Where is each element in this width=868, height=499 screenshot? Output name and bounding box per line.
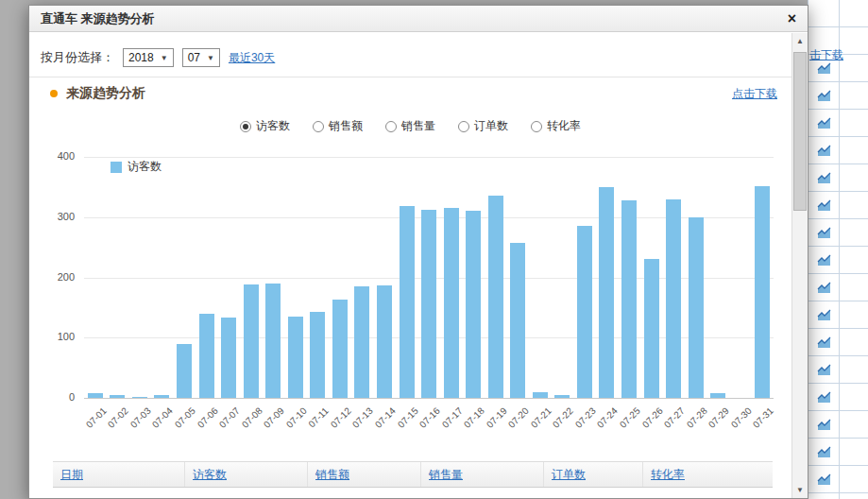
metric-option-4[interactable]: 转化率 — [531, 118, 581, 134]
col-header-visitors[interactable]: 访客数 — [185, 462, 308, 487]
bg-table-row — [808, 137, 868, 164]
bar-07-03 — [132, 397, 147, 398]
bg-table-row — [808, 493, 868, 499]
bg-icon-cell — [808, 137, 840, 163]
radio-icon[interactable] — [385, 121, 397, 132]
metric-option-0[interactable]: 访客数 — [240, 118, 290, 134]
bg-table-row — [808, 247, 868, 274]
month-select[interactable]: 07 ▼ — [182, 48, 220, 67]
x-tick-label: 07-01 — [84, 405, 109, 430]
bar-07-05 — [177, 344, 192, 398]
bg-icon-cell — [808, 192, 840, 218]
bar-07-04 — [154, 395, 169, 398]
modal-scrollbar[interactable]: ▲ ▼ — [791, 33, 808, 498]
bg-table-row — [808, 329, 868, 356]
x-tick-label: 07-05 — [173, 405, 197, 430]
y-tick-label: 300 — [29, 211, 75, 222]
bar-07-11 — [310, 312, 325, 398]
metric-label: 订单数 — [474, 118, 508, 134]
scrollbar-thumb[interactable] — [793, 52, 807, 211]
mini-line-chart-icon[interactable] — [817, 391, 831, 404]
bg-table-row — [808, 219, 868, 247]
close-icon[interactable]: × — [788, 11, 796, 26]
bg-download-link[interactable]: 击下载 — [809, 47, 843, 63]
mini-line-chart-icon[interactable] — [817, 419, 831, 431]
mini-line-chart-icon[interactable] — [817, 62, 831, 75]
mini-line-chart-icon[interactable] — [817, 446, 831, 458]
bg-icon-cell — [808, 384, 840, 410]
mini-line-chart-icon[interactable] — [817, 364, 831, 376]
section-header: 来源趋势分析 点击下载 — [50, 85, 777, 102]
bg-icon-cell — [808, 274, 840, 301]
mini-line-chart-icon[interactable] — [817, 172, 831, 184]
mini-line-chart-icon[interactable] — [817, 336, 831, 349]
gridline — [84, 398, 774, 399]
y-tick-label: 200 — [29, 271, 75, 283]
section-title: 来源趋势分析 — [66, 85, 145, 102]
metric-radio-group: 访客数 销售额 销售量 订单数 转化率 — [29, 118, 791, 134]
mini-line-chart-icon[interactable] — [817, 309, 831, 321]
y-tick-label: 100 — [29, 331, 75, 342]
x-tick-label: 07-12 — [329, 405, 353, 430]
bg-icon-cell — [808, 439, 840, 465]
col-header-orders[interactable]: 订单数 — [544, 462, 643, 487]
month-select-value: 07 — [188, 51, 200, 64]
bar-07-21 — [533, 392, 548, 398]
metric-option-3[interactable]: 订单数 — [458, 118, 508, 134]
bg-icon-cell — [808, 301, 840, 328]
metric-label: 访客数 — [256, 118, 290, 134]
mini-line-chart-icon[interactable] — [817, 473, 831, 486]
mini-line-chart-icon[interactable] — [817, 117, 831, 129]
metric-option-2[interactable]: 销售量 — [385, 118, 435, 134]
bg-empty-cell — [840, 0, 868, 26]
bg-icon-cell — [808, 219, 840, 246]
x-tick-label: 07-09 — [262, 405, 286, 430]
radio-icon[interactable] — [313, 121, 324, 132]
bar-07-16 — [421, 210, 436, 398]
scroll-down-icon[interactable]: ▼ — [792, 482, 808, 498]
bar-07-12 — [332, 300, 348, 398]
x-tick-label: 07-21 — [529, 405, 553, 430]
bg-table-row — [808, 411, 868, 439]
bar-07-18 — [466, 211, 481, 398]
bg-icon-cell — [808, 247, 840, 273]
chart-legend[interactable]: 访客数 — [111, 159, 162, 175]
bg-empty-cell — [840, 247, 868, 273]
x-tick-label: 07-14 — [373, 405, 398, 430]
bg-empty-cell — [840, 466, 868, 492]
radio-icon[interactable] — [531, 121, 542, 132]
radio-icon[interactable] — [458, 121, 469, 132]
col-header-sales-amount[interactable]: 销售额 — [308, 462, 421, 487]
bar-07-20 — [510, 243, 525, 399]
bg-empty-cell — [840, 301, 868, 328]
radio-icon[interactable] — [240, 121, 251, 132]
mini-line-chart-icon[interactable] — [817, 199, 831, 212]
x-tick-label: 07-19 — [485, 405, 509, 430]
bg-table-row — [808, 384, 868, 411]
divider — [29, 77, 791, 77]
mini-line-chart-icon[interactable] — [817, 145, 831, 157]
metric-option-1[interactable]: 销售额 — [313, 118, 363, 134]
mini-line-chart-icon[interactable] — [817, 90, 831, 102]
bg-icon-cell — [808, 329, 840, 355]
bar-07-29 — [710, 393, 725, 398]
col-header-date[interactable]: 日期 — [53, 462, 185, 487]
download-link[interactable]: 点击下载 — [732, 86, 777, 102]
x-tick-label: 07-02 — [106, 405, 130, 430]
recent-30-days-link[interactable]: 最近30天 — [229, 50, 275, 66]
year-select[interactable]: 2018 ▼ — [123, 48, 174, 67]
mini-line-chart-icon[interactable] — [817, 282, 831, 294]
bar-07-19 — [488, 196, 503, 398]
x-tick-label: 07-17 — [439, 405, 464, 430]
x-tick-label: 07-25 — [618, 405, 642, 430]
bg-empty-cell — [840, 493, 868, 499]
mini-line-chart-icon[interactable] — [817, 254, 831, 267]
bg-table-row — [808, 466, 868, 493]
col-header-sales-volume[interactable]: 销售量 — [421, 462, 544, 487]
x-tick-label: 07-23 — [573, 405, 598, 430]
bg-icon-cell — [808, 0, 840, 26]
x-tick-label: 07-24 — [595, 405, 620, 430]
mini-line-chart-icon[interactable] — [817, 227, 831, 239]
scroll-up-icon[interactable]: ▲ — [792, 33, 808, 49]
col-header-conversion[interactable]: 转化率 — [643, 462, 773, 487]
